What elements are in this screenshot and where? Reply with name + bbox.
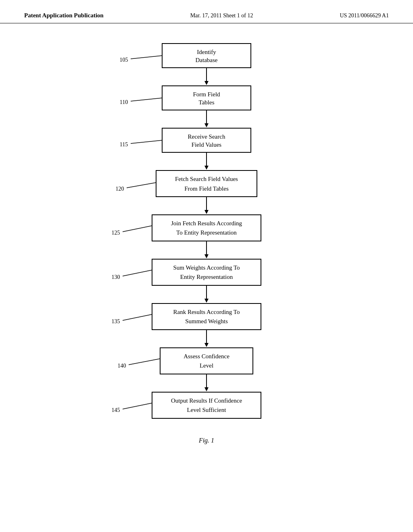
svg-line-60 (123, 403, 152, 409)
svg-rect-35 (152, 259, 261, 285)
svg-rect-21 (156, 170, 257, 197)
svg-text:110: 110 (120, 99, 128, 105)
svg-marker-34 (204, 254, 209, 258)
svg-text:120: 120 (116, 186, 124, 192)
svg-text:Summed Weights: Summed Weights (185, 318, 228, 324)
svg-line-53 (129, 359, 160, 365)
svg-text:135: 135 (112, 318, 120, 324)
svg-line-32 (123, 226, 152, 232)
svg-line-46 (123, 314, 152, 320)
svg-line-25 (127, 183, 156, 188)
svg-marker-20 (204, 166, 209, 170)
svg-text:Receive Search: Receive Search (188, 133, 225, 140)
svg-text:Fig. 1: Fig. 1 (198, 437, 214, 444)
svg-marker-6 (204, 81, 209, 85)
page-header: Patent Application Publication Mar. 17, … (0, 0, 413, 23)
svg-marker-13 (204, 123, 209, 127)
svg-text:145: 145 (112, 407, 120, 413)
svg-rect-14 (162, 128, 251, 152)
svg-marker-27 (204, 210, 209, 214)
svg-text:Join Fetch Results According: Join Fetch Results According (171, 220, 242, 227)
svg-text:Sum Weights According To: Sum Weights According To (173, 264, 240, 271)
svg-text:Fetch Search Field Values: Fetch Search Field Values (175, 176, 238, 182)
svg-text:Output Results If Confidence: Output Results If Confidence (171, 397, 242, 404)
svg-rect-7 (162, 86, 251, 110)
svg-text:Rank Results According To: Rank Results According To (173, 309, 240, 315)
svg-rect-56 (152, 392, 261, 418)
svg-rect-42 (152, 303, 261, 330)
svg-rect-49 (160, 348, 253, 374)
svg-text:From Field Tables: From Field Tables (184, 185, 229, 192)
svg-text:Database: Database (196, 57, 218, 63)
svg-text:Level: Level (200, 362, 213, 369)
svg-marker-55 (204, 387, 209, 391)
svg-text:Field Values: Field Values (192, 141, 221, 148)
svg-text:Entity Representation: Entity Representation (180, 274, 233, 280)
svg-text:105: 105 (120, 57, 128, 63)
svg-text:125: 125 (112, 230, 120, 236)
svg-text:130: 130 (112, 274, 120, 280)
svg-text:Identify: Identify (197, 49, 216, 55)
svg-text:Assess Confidence: Assess Confidence (184, 353, 229, 360)
svg-line-39 (123, 270, 152, 276)
svg-marker-48 (204, 343, 209, 347)
svg-rect-0 (162, 44, 251, 68)
flowchart-diagram: Identify Database 105 Form Field Tables … (0, 23, 413, 511)
svg-text:140: 140 (118, 363, 126, 369)
patent-number: US 2011/0066629 A1 (340, 12, 389, 19)
flowchart-svg: Identify Database 105 Form Field Tables … (86, 39, 327, 503)
svg-line-11 (131, 98, 162, 101)
svg-text:Form Field: Form Field (193, 91, 220, 98)
publication-type: Patent Application Publication (24, 12, 104, 19)
publication-date: Mar. 17, 2011 Sheet 1 of 12 (190, 12, 253, 19)
svg-line-18 (131, 140, 162, 143)
svg-text:To Entity Representation: To Entity Representation (176, 229, 237, 236)
svg-text:Level Sufficient: Level Sufficient (187, 407, 227, 413)
svg-text:115: 115 (120, 141, 128, 148)
svg-line-4 (131, 56, 162, 59)
svg-text:Tables: Tables (199, 99, 215, 106)
svg-rect-28 (152, 215, 261, 241)
svg-marker-41 (204, 299, 209, 303)
